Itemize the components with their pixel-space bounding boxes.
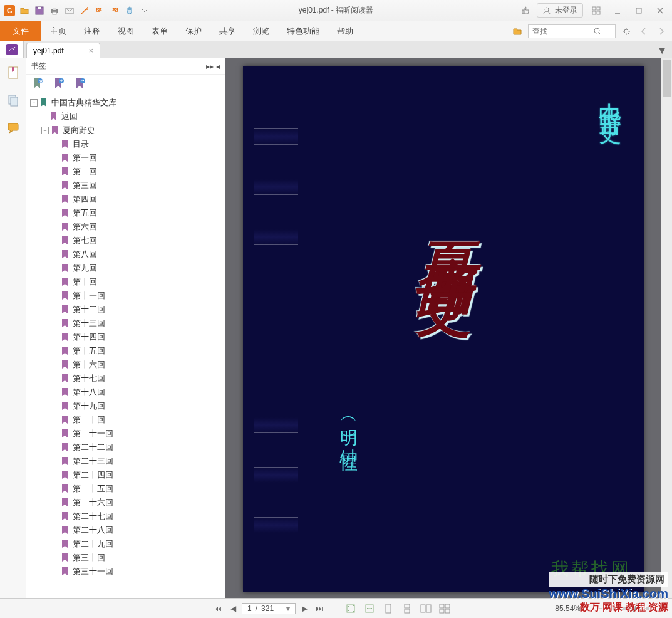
bookmark-goto-icon[interactable] [75,78,85,90]
panel-collapse-icon[interactable]: ▸▸ [206,62,214,71]
continuous-facing-icon[interactable] [438,602,451,615]
tree-chapter[interactable]: 第十九回 [26,399,225,413]
prev-page-icon[interactable]: ◀ [227,602,239,615]
tree-chapter[interactable]: 目录 [26,137,225,151]
tree-chapter[interactable]: 第三十一回 [26,565,225,579]
bookmark-add-icon[interactable]: + [54,78,64,90]
bookmark-tree[interactable]: −中国古典精华文库返回−夏商野史目录第一回第二回第三回第四回第五回第六回第七回第… [26,93,225,598]
tree-book[interactable]: −夏商野史 [26,123,225,137]
menu-form[interactable]: 表单 [143,21,177,41]
print-icon[interactable] [48,4,61,18]
menu-extras[interactable]: 特色功能 [278,21,328,41]
tree-chapter[interactable]: 第三十回 [26,551,225,565]
hand-icon[interactable] [123,4,137,18]
first-page-icon[interactable]: ⏮ [212,602,224,615]
login-button[interactable]: 未登录 [537,3,583,18]
single-page-icon[interactable] [382,602,395,615]
continuous-icon[interactable] [401,602,413,615]
last-page-icon[interactable]: ⏭ [313,602,326,615]
wand-icon[interactable] [78,4,91,18]
search-icon[interactable] [591,25,604,38]
page-indicator[interactable]: 1 / 321 ▾ [242,603,296,614]
tree-chapter[interactable]: 第六回 [26,220,225,234]
menu-browse[interactable]: 浏览 [244,21,278,41]
email-icon[interactable] [63,4,76,18]
thumbs-up-icon[interactable] [518,4,532,18]
minimize-icon[interactable] [609,4,626,17]
zoom-in-icon[interactable]: + [654,602,667,615]
tree-chapter[interactable]: 第十三回 [26,317,225,330]
maximize-icon[interactable] [631,4,647,17]
tree-chapter[interactable]: 第八回 [26,248,225,261]
tree-chapter[interactable]: 第五回 [26,206,225,220]
bookmark-new-icon[interactable]: ★ [33,78,43,90]
redo-icon[interactable] [108,4,121,18]
menu-file[interactable]: 文件 [0,21,41,41]
menu-share[interactable]: 共享 [210,21,244,41]
menu-comment[interactable]: 注释 [75,21,109,41]
search-input[interactable] [529,27,591,36]
tree-chapter[interactable]: 第十八回 [26,385,225,399]
fit-page-icon[interactable] [344,602,357,615]
close-icon[interactable] [652,4,668,17]
gear-icon[interactable] [619,24,633,38]
tree-chapter[interactable]: 第二十二回 [26,441,225,454]
ribbon-toggle-icon[interactable] [588,4,604,17]
page-dropdown-icon[interactable]: ▾ [286,604,290,613]
undo-icon[interactable] [93,4,106,18]
save-icon[interactable] [33,4,46,18]
tree-chapter[interactable]: 第二十九回 [26,537,225,551]
next-page-icon[interactable]: ▶ [298,602,311,615]
tree-chapter[interactable]: 第四回 [26,192,225,206]
scroll-thumb[interactable] [663,60,671,97]
facing-icon[interactable] [420,602,432,615]
tree-chapter[interactable]: 第二十四回 [26,468,225,482]
tree-chapter[interactable]: 第十五回 [26,344,225,358]
tree-chapter[interactable]: 第三回 [26,179,225,192]
zoom-thumb[interactable] [629,605,636,612]
tree-chapter[interactable]: 第十回 [26,275,225,289]
open-folder-icon[interactable] [510,24,524,38]
tree-chapter[interactable]: 第十一回 [26,289,225,303]
tree-chapter[interactable]: 第十七回 [26,372,225,385]
vertical-scrollbar[interactable] [661,58,672,598]
tree-root[interactable]: −中国古典精华文库 [26,96,225,110]
menu-view[interactable]: 视图 [109,21,143,41]
tree-chapter[interactable]: 第一回 [26,151,225,165]
open-icon[interactable] [18,4,31,18]
zoom-slider[interactable] [612,607,649,610]
nav-prev-icon[interactable] [637,24,651,38]
tree-chapter[interactable]: 第九回 [26,261,225,275]
tree-back[interactable]: 返回 [26,110,225,123]
tab-close-icon[interactable]: × [89,46,93,55]
tree-chapter[interactable]: 第二十八回 [26,523,225,537]
menu-protect[interactable]: 保护 [177,21,210,41]
tree-chapter[interactable]: 第十六回 [26,358,225,372]
search-box[interactable] [528,24,616,38]
tree-chapter[interactable]: 第二十一回 [26,427,225,441]
zoom-dropdown-icon[interactable]: ▾ [586,604,589,613]
menu-help[interactable]: 帮助 [328,21,362,41]
bookmarks-rail-icon[interactable] [5,65,21,81]
document-viewport[interactable]: 中华野史 夏商野史 ︵明︶ 钟惺 我帮找网 [225,58,672,598]
menu-home[interactable]: 主页 [41,21,75,41]
tab-list-dropdown-icon[interactable]: ▼ [657,45,667,56]
panel-hide-icon[interactable]: ◂ [216,62,220,71]
tree-chapter[interactable]: 第二十六回 [26,496,225,510]
tree-chapter[interactable]: 第二回 [26,165,225,179]
zoom-out-icon[interactable]: − [594,602,607,615]
fit-width-icon[interactable] [363,602,376,615]
tree-chapter[interactable]: 第二十回 [26,413,225,427]
tree-chapter[interactable]: 第二十七回 [26,510,225,523]
tree-chapter[interactable]: 第二十三回 [26,454,225,468]
tree-chapter[interactable]: 第十四回 [26,330,225,344]
pages-rail-icon[interactable] [5,92,21,108]
tree-chapter[interactable]: 第七回 [26,234,225,248]
tree-chapter[interactable]: 第十二回 [26,303,225,317]
document-tab[interactable]: yej01.pdf × [26,43,100,58]
qat-dropdown-icon[interactable] [138,4,152,18]
comments-rail-icon[interactable] [5,120,21,136]
nav-next-icon[interactable] [654,24,668,38]
tree-chapter[interactable]: 第二十五回 [26,482,225,496]
start-page-icon[interactable] [0,41,24,58]
